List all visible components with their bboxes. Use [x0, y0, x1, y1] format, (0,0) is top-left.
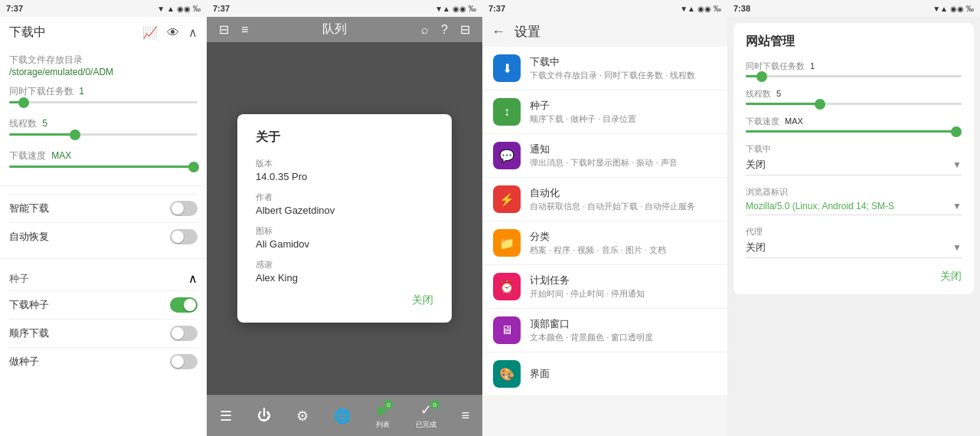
wm-speed-track[interactable] [746, 130, 962, 133]
eye-icon[interactable]: 👁 [167, 26, 179, 40]
website-mgmt-close-text[interactable]: 关闭 [940, 270, 962, 282]
status-icons-4: ▼▲ ◉◉ ‰ [933, 5, 974, 13]
threads-slider[interactable] [9, 133, 198, 136]
about-thanks-label: 感谢 [256, 259, 433, 270]
threads-fill [9, 133, 75, 136]
about-author-label: 作者 [256, 192, 433, 203]
notification-item-title: 通知 [530, 143, 717, 156]
about-icon-value: Ali Gamidov [256, 238, 433, 250]
download-seed-label: 下载种子 [9, 298, 49, 312]
threads-value: 5 [42, 118, 47, 129]
bottom-nav-menu[interactable]: ☰ [220, 408, 232, 425]
battery-icon-4: ◉◉ [950, 5, 964, 13]
time-2: 7:37 [213, 4, 230, 13]
about-close-text[interactable]: 关闭 [412, 293, 433, 306]
wm-threads-label: 线程数 5 [746, 88, 962, 100]
bottom-nav-done[interactable]: ✓ 已完成 0 [416, 402, 436, 430]
filter-icon[interactable]: ⊟ [219, 22, 229, 37]
concurrent-tasks-thumb[interactable] [18, 97, 29, 108]
bottom-nav-power[interactable]: ⏻ [257, 408, 271, 424]
status-bar-1: 7:37 ▼ ▲ ◉◉ ‰ [0, 0, 207, 17]
website-mgmt-title: 网站管理 [746, 34, 962, 50]
seed-icon: ↕ [493, 98, 521, 126]
back-icon[interactable]: ← [492, 24, 505, 40]
about-version-row: 版本 14.0.35 Pro [256, 158, 433, 182]
settings-item-auto[interactable]: ⚡ 自动化 自动获取信息 · 自动开始下载 · 自动停止服务 [482, 178, 727, 221]
smart-download-knob [172, 202, 184, 215]
auto-restore-toggle[interactable] [170, 229, 198, 244]
download-dir-value[interactable]: /storage/emulated/0/ADM [9, 67, 198, 77]
about-close-btn[interactable]: 关闭 [256, 293, 433, 307]
menu-icon[interactable]: ≡ [241, 23, 248, 37]
bottom-done-badge: 0 [430, 400, 439, 409]
bottom-lines-icon: ≡ [462, 408, 470, 424]
settings-item-interface[interactable]: 🎨 界面 [482, 352, 727, 396]
collapse-icon[interactable]: ∧ [188, 25, 198, 40]
wm-browser-select[interactable]: Mozilla/5.0 (Linux; Android 14; SM-S ▼ [746, 201, 962, 215]
seed-collapse-icon[interactable]: ∧ [188, 271, 198, 286]
seed-item-sub: 顺序下载 · 做种子 · 目录位置 [530, 113, 717, 125]
seq-download-toggle[interactable] [170, 326, 198, 341]
seed-toggle[interactable] [170, 354, 198, 369]
queue-left-icons: ⊟ ≡ [219, 22, 248, 37]
download-speed-fill [9, 166, 194, 168]
bottom-nav-lines[interactable]: ≡ [462, 408, 470, 424]
category-item-title: 分类 [530, 230, 717, 244]
settings-item-seed[interactable]: ↕ 种子 顺序下载 · 做种子 · 目录位置 [482, 90, 727, 134]
extra-icon-1: ‰ [193, 5, 201, 13]
panel3-title: 设置 [514, 23, 541, 41]
about-version-label: 版本 [256, 158, 433, 169]
wm-speed-fill [746, 130, 957, 133]
panel2-content: 关于 版本 14.0.35 Pro 作者 Albert Gazetdinov 图… [207, 42, 482, 395]
wm-threads-fill [746, 103, 822, 105]
wm-proxy-select[interactable]: 关闭 ▼ [746, 241, 962, 258]
settings-item-category[interactable]: 📁 分类 档案 · 程序 · 视频 · 音乐 · 图片 · 文档 [482, 221, 727, 265]
download-item-sub: 下载文件存放目录 · 同时下载任务数 · 线程数 [530, 70, 717, 81]
bottom-nav-globe[interactable]: 🌐 [334, 408, 351, 425]
chart-icon[interactable]: 📈 [142, 25, 158, 40]
wm-threads-track[interactable] [746, 103, 962, 105]
bottom-list-label: 列表 [376, 420, 390, 430]
website-mgmt-close[interactable]: 关闭 [746, 269, 962, 284]
wm-concurrent-track[interactable] [746, 75, 962, 77]
settings-item-schedule[interactable]: ⏰ 计划任务 开始时间 · 停止时间 · 停用通知 [482, 265, 727, 309]
help-icon[interactable]: ? [441, 23, 448, 37]
wm-speed-thumb[interactable] [951, 126, 962, 137]
smart-download-toggle[interactable] [170, 201, 198, 216]
divider-2 [0, 258, 207, 259]
download-dir-row: 下载文件存放目录 /storage/emulated/0/ADM [9, 50, 198, 81]
wm-threads-thumb[interactable] [815, 99, 825, 110]
bottom-nav-list[interactable]: ▶ 列表 0 [376, 402, 390, 430]
settings-item-topwindow[interactable]: 🖥 顶部窗口 文本颜色 · 背景颜色 · 窗口透明度 [482, 309, 727, 352]
seed-header: 种子 ∧ [9, 267, 198, 290]
download-dir-label: 下载文件存放目录 [9, 54, 198, 67]
seed-title: 种子 [9, 272, 29, 286]
download-seed-toggle[interactable] [170, 297, 198, 313]
threads-row: 线程数 5 [9, 113, 198, 146]
seq-download-knob [172, 327, 184, 339]
notification-item-sub: 弹出消息 · 下载时显示图标 · 振动 · 声音 [530, 157, 717, 169]
threads-thumb[interactable] [70, 129, 80, 140]
settings-item-download[interactable]: ⬇ 下载中 下载文件存放目录 · 同时下载任务数 · 线程数 [482, 47, 727, 90]
wm-download-select[interactable]: 关闭 ▼ [746, 158, 962, 175]
seed-row: 做种子 [9, 347, 198, 375]
download-speed-slider[interactable] [9, 166, 198, 168]
website-mgmt-card: 网站管理 同时下载任务数 1 线程数 5 [733, 23, 974, 294]
wm-proxy-label: 代理 [746, 226, 962, 238]
status-bar-4: 7:38 ▼▲ ◉◉ ‰ [727, 0, 980, 17]
topwindow-icon: 🖥 [493, 316, 521, 344]
search-icon[interactable]: ⌕ [421, 23, 429, 37]
about-icon-label: 图标 [256, 225, 433, 237]
bottom-nav-settings[interactable]: ⚙ [296, 408, 309, 425]
extra-icon-2: ‰ [469, 5, 476, 13]
download-speed-thumb[interactable] [188, 162, 199, 172]
download-speed-track [9, 166, 198, 168]
extra-icon-3: ‰ [714, 5, 721, 13]
smart-download-section: 智能下载 自动恢复 [0, 189, 207, 255]
wm-concurrent-thumb[interactable] [756, 71, 767, 82]
settings-item-notification[interactable]: 💬 通知 弹出消息 · 下载时显示图标 · 振动 · 声音 [482, 134, 727, 178]
filter2-icon[interactable]: ⊟ [460, 22, 470, 37]
wm-browser-val: Mozilla/5.0 (Linux; Android 14; SM-S [746, 201, 894, 211]
about-thanks-row: 感谢 Alex King [256, 259, 433, 284]
concurrent-tasks-slider[interactable] [9, 101, 198, 103]
